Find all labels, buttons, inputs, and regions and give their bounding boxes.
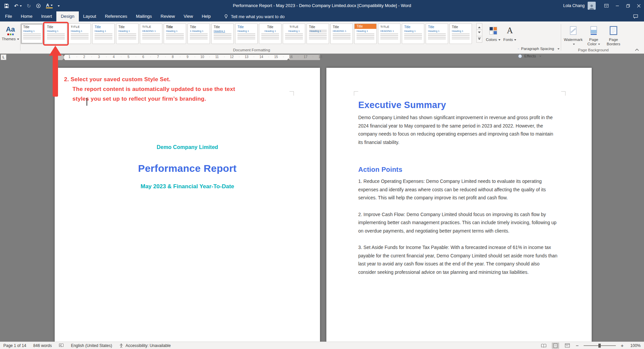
redo-icon: ↻ <box>27 3 31 8</box>
exec-summary-paragraph[interactable]: Demo Company Limited has shown significa… <box>358 113 557 146</box>
avatar[interactable] <box>588 2 596 10</box>
minimize-button[interactable] <box>612 0 623 11</box>
web-layout-button[interactable] <box>564 343 571 349</box>
colors-button[interactable]: Colors <box>485 23 501 52</box>
style-set-thumbnail[interactable]: TITLEHEADING 1 <box>378 23 400 44</box>
style-set-thumbnail[interactable]: TitleHeading 1 <box>259 23 281 44</box>
document-title: Performance Report - May 2023 - Demo Com… <box>101 0 543 11</box>
zoom-in-button[interactable]: + <box>620 344 624 348</box>
style-set-thumbnail[interactable]: TitleHeading 1 <box>21 23 43 44</box>
style-set-thumbnail[interactable]: TitleHEADING 1 <box>330 23 353 44</box>
customize-quick-access-toolbar-icon[interactable] <box>58 5 60 7</box>
ruler-tick: · <box>209 55 210 58</box>
tab-design[interactable]: Design <box>56 11 78 21</box>
zoom-slider-thumb[interactable] <box>598 344 601 348</box>
style-set-thumbnail[interactable]: TitleHeading 1 <box>426 23 448 44</box>
collapse-ribbon-icon[interactable] <box>633 47 641 52</box>
read-mode-button[interactable] <box>540 343 547 349</box>
report-subtitle[interactable]: May 2023 & Financial Year-To-Date <box>55 183 320 190</box>
watermark-button[interactable]: Watermark <box>564 23 583 52</box>
zoom-out-button[interactable]: − <box>575 344 579 348</box>
document-page-2[interactable]: Executive Summary Demo Company Limited h… <box>326 68 592 342</box>
style-set-thumbnail[interactable]: TitleHeading 1 <box>164 23 186 44</box>
tab-view[interactable]: View <box>179 11 197 21</box>
style-set-thumbnail[interactable]: TitleHeading 1 <box>449 23 472 44</box>
group-label-page-background: Page Background <box>562 48 625 52</box>
format-tool-icon[interactable]: A <box>46 3 52 8</box>
editor-check-icon[interactable] <box>36 3 41 8</box>
save-icon[interactable] <box>4 3 9 8</box>
themes-button[interactable]: Aa Themes <box>1 23 19 52</box>
fonts-button[interactable]: A Fonts <box>502 23 517 52</box>
thumbnail-title: TITLE <box>380 25 398 29</box>
style-set-thumbnail[interactable]: TitleHeading 1 <box>235 23 258 44</box>
gallery-scroll-up-button[interactable] <box>476 23 482 30</box>
thumbnail-body-lines <box>333 34 351 39</box>
zoom-slider[interactable] <box>584 345 616 346</box>
tab-help[interactable]: Help <box>197 11 215 21</box>
restore-button[interactable] <box>623 0 633 11</box>
ruler-number: 16 <box>289 55 292 59</box>
exec-summary-heading[interactable]: Executive Summary <box>358 100 557 110</box>
document-canvas[interactable]: 2. Select your saved custom Style Set. T… <box>0 61 644 342</box>
tab-references[interactable]: References <box>101 11 131 21</box>
thumbnail-body-lines <box>428 34 446 39</box>
user-name[interactable]: Lola Chang <box>563 3 585 8</box>
style-set-thumbnail[interactable]: TitleHeading 1 <box>211 23 234 44</box>
style-set-thumbnail[interactable]: TitleHeading 1 <box>45 23 67 44</box>
undo-dropdown-icon[interactable] <box>20 5 22 8</box>
tab-mailings[interactable]: Mailings <box>131 11 156 21</box>
tab-selector[interactable]: L <box>1 54 6 60</box>
tell-me-box[interactable]: Tell me what you want to do <box>224 11 284 21</box>
accessibility-status[interactable]: Accessibility: Unavailable <box>119 343 171 348</box>
format-tool-dropdown-icon[interactable] <box>51 5 53 7</box>
ruler-tick: · <box>62 55 63 58</box>
style-set-thumbnail[interactable]: TitleHeading 1 <box>307 23 329 44</box>
horizontal-ruler[interactable]: 123456789101112131415161718·············… <box>55 55 320 60</box>
tab-insert[interactable]: Insert <box>37 11 57 21</box>
thumbnail-heading: Heading 1 <box>452 30 470 33</box>
themes-label: Themes <box>2 37 19 41</box>
ribbon-tab-bar: FileHomeInsertDesignLayoutReferencesMail… <box>0 11 644 21</box>
style-set-thumbnail[interactable]: TITLEHeading 1 <box>68 23 91 44</box>
gallery-scroll-down-button[interactable] <box>476 30 482 36</box>
company-name[interactable]: Demo Company Limited <box>55 144 320 150</box>
page-color-button[interactable]: Page Color <box>584 23 603 52</box>
report-title[interactable]: Performance Report <box>55 163 320 174</box>
hanging-indent-marker[interactable] <box>62 57 65 60</box>
undo-icon[interactable]: ↶ <box>14 3 22 8</box>
tab-home[interactable]: Home <box>16 11 37 21</box>
annotation-text[interactable]: 2. Select your saved custom Style Set. T… <box>64 74 235 104</box>
tab-review[interactable]: Review <box>156 11 179 21</box>
comments-icon[interactable] <box>631 11 641 21</box>
tab-layout[interactable]: Layout <box>79 11 101 21</box>
action-point[interactable]: 1. Reduce Operating Expenses: Demo Compa… <box>358 177 557 202</box>
action-point[interactable]: 3. Set Aside Funds for Income Tax Payabl… <box>358 243 557 276</box>
statusbar-right: − + 100% <box>540 343 644 349</box>
style-set-thumbnail[interactable]: TitleHeading 1 <box>116 23 139 44</box>
action-points-heading[interactable]: Action Points <box>358 166 557 173</box>
style-set-thumbnail[interactable]: TitleHeading 1 <box>354 23 377 44</box>
page-borders-button[interactable]: Page Borders <box>604 23 623 52</box>
close-button[interactable] <box>633 0 644 11</box>
style-set-thumbnail[interactable]: TitleHeading 1 <box>402 23 424 44</box>
tab-file[interactable]: File <box>1 11 16 21</box>
word-count[interactable]: 846 words <box>33 343 52 348</box>
ribbon-display-options-button[interactable] <box>601 0 612 11</box>
proofing-errors-icon[interactable] <box>59 343 64 348</box>
document-page-1[interactable]: 2. Select your saved custom Style Set. T… <box>55 68 320 342</box>
style-set-thumbnail[interactable]: Title1 Heading 1 <box>187 23 210 44</box>
style-set-thumbnail[interactable]: TitleHeading 1 <box>92 23 115 44</box>
zoom-level[interactable]: 100% <box>629 343 641 348</box>
paragraph-spacing-button[interactable]: Paragraph Spacing <box>517 45 561 52</box>
style-set-thumbnail[interactable]: TITLEHeading 1 <box>283 23 305 44</box>
gallery-more-button[interactable] <box>476 36 482 43</box>
action-point[interactable]: 2. Improve Cash Flow: Demo Company Limit… <box>358 210 557 235</box>
thumbnail-body-lines <box>309 34 327 39</box>
style-set-thumbnail[interactable]: TITLEHEADING 1 <box>140 23 162 44</box>
language-indicator[interactable]: English (United States) <box>71 343 112 348</box>
thumbnail-heading: Heading 1 <box>71 30 89 33</box>
ruler-tick: · <box>106 55 107 58</box>
page-indicator[interactable]: Page 1 of 14 <box>3 343 26 348</box>
print-layout-button[interactable] <box>552 343 559 349</box>
